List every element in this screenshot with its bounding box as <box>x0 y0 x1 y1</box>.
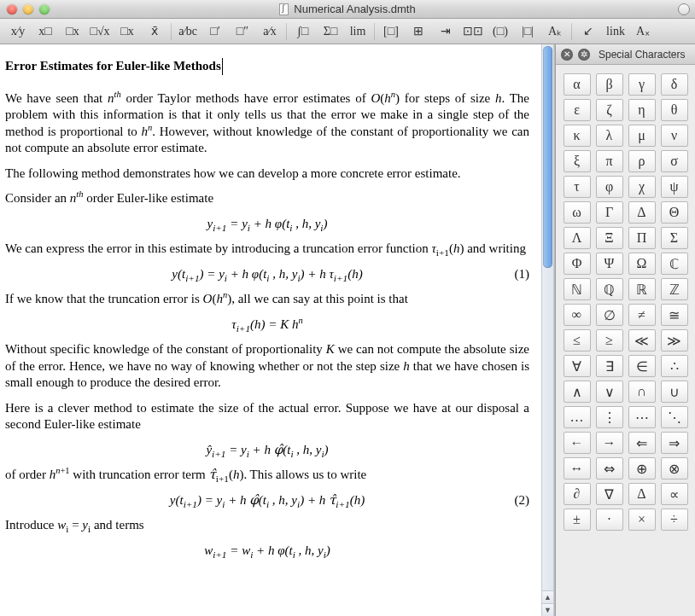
toolbar-button-9[interactable]: a⁄x <box>257 21 283 42</box>
char-cell[interactable]: θ <box>661 99 688 121</box>
char-cell[interactable]: Ξ <box>596 227 623 249</box>
char-cell[interactable]: ≪ <box>628 329 656 352</box>
char-cell[interactable]: ± <box>564 508 591 531</box>
char-cell[interactable]: ℤ <box>661 278 688 300</box>
char-cell[interactable]: ≅ <box>661 304 688 326</box>
char-cell[interactable]: δ <box>661 73 688 96</box>
scrollbar-thumb[interactable] <box>543 46 552 268</box>
toolbar-button-6[interactable]: a⁄bc <box>175 21 201 42</box>
char-cell[interactable]: τ <box>564 176 591 198</box>
toolbar-button-3[interactable]: □√x <box>87 21 113 42</box>
char-cell[interactable]: ∨ <box>596 381 623 403</box>
char-cell[interactable]: ψ <box>661 176 688 198</box>
char-cell[interactable]: ∝ <box>661 483 688 505</box>
char-cell[interactable]: ℂ <box>661 253 688 275</box>
char-cell[interactable]: ⇐ <box>628 432 656 454</box>
char-cell[interactable]: ∩ <box>628 381 656 403</box>
char-cell[interactable]: × <box>628 508 656 531</box>
toolbar-button-4[interactable]: □x <box>114 21 140 42</box>
char-cell[interactable]: Φ <box>564 253 591 275</box>
char-cell[interactable]: ∂ <box>564 483 591 505</box>
char-cell[interactable]: Π <box>628 227 656 249</box>
toolbar-button-20[interactable]: ↙ <box>575 21 601 42</box>
toolbar-button-17[interactable]: (□) <box>488 21 513 42</box>
char-cell[interactable]: ∈ <box>628 355 656 377</box>
char-cell[interactable]: λ <box>596 125 623 147</box>
char-cell[interactable]: ÷ <box>661 508 688 531</box>
char-cell[interactable]: … <box>564 406 591 428</box>
minimize-button[interactable] <box>23 4 33 15</box>
char-cell[interactable]: ⋮ <box>596 406 623 428</box>
toolbar-button-2[interactable]: □x <box>60 21 85 42</box>
char-cell[interactable]: ≤ <box>564 329 591 352</box>
char-cell[interactable]: Ψ <box>596 253 623 275</box>
toolbar-button-7[interactable]: □′ <box>202 21 228 42</box>
char-cell[interactable]: Γ <box>596 201 623 224</box>
char-cell[interactable]: μ <box>628 125 656 147</box>
char-cell[interactable]: ν <box>661 125 688 147</box>
char-cell[interactable]: ζ <box>596 99 623 121</box>
toolbar-button-10[interactable]: ∫□ <box>290 21 316 42</box>
toolbar-button-18[interactable]: |□| <box>515 21 540 42</box>
char-cell[interactable]: π <box>596 150 623 172</box>
char-cell[interactable]: ≥ <box>596 329 623 352</box>
toolbar-button-0[interactable]: x⁄y <box>5 21 31 42</box>
char-cell[interactable]: ∴ <box>661 355 688 377</box>
char-cell[interactable]: α <box>564 73 591 96</box>
toolbar-button-16[interactable]: ⊡⊡ <box>460 21 486 42</box>
char-cell[interactable]: φ <box>596 176 623 198</box>
close-panel-button[interactable]: ✕ <box>561 49 573 61</box>
scroll-up-arrow[interactable]: ▲ <box>542 590 553 603</box>
document-body[interactable]: Error Estimates for Euler-like Methods W… <box>0 44 541 616</box>
char-cell[interactable]: ℚ <box>596 278 623 300</box>
char-cell[interactable]: ω <box>564 201 591 224</box>
char-cell[interactable]: ≠ <box>628 304 656 326</box>
toolbar-button-15[interactable]: ⇥ <box>433 21 458 42</box>
char-cell[interactable]: ∪ <box>661 381 688 403</box>
panel-settings-button[interactable]: ✲ <box>578 49 590 61</box>
char-cell[interactable]: ⊕ <box>628 457 656 479</box>
toolbar-button-19[interactable]: Aₖ <box>542 21 568 42</box>
char-cell[interactable]: ⋯ <box>628 406 656 428</box>
char-cell[interactable]: ∀ <box>564 355 591 377</box>
char-cell[interactable]: ⋱ <box>661 406 688 428</box>
char-cell[interactable]: ⇒ <box>661 432 688 454</box>
toolbar-button-22[interactable]: Aₓ <box>630 21 656 42</box>
char-cell[interactable]: → <box>596 432 623 454</box>
char-cell[interactable]: ∞ <box>564 304 591 326</box>
scroll-down-arrow[interactable]: ▼ <box>542 603 553 616</box>
char-cell[interactable]: Δ <box>628 483 656 505</box>
char-cell[interactable]: κ <box>564 125 591 147</box>
toolbar-button-8[interactable]: □″ <box>230 21 255 42</box>
toolbar-button-14[interactable]: ⊞ <box>406 21 431 42</box>
char-cell[interactable]: β <box>596 73 623 96</box>
char-cell[interactable]: Λ <box>564 227 591 249</box>
scrollbar-track[interactable] <box>542 44 553 590</box>
zoom-button[interactable] <box>39 4 50 15</box>
char-cell[interactable]: ℕ <box>564 278 591 300</box>
toolbar-button-11[interactable]: Σ□ <box>318 21 343 42</box>
char-cell[interactable]: Δ <box>628 201 656 224</box>
char-cell[interactable]: γ <box>628 73 656 96</box>
char-cell[interactable]: χ <box>628 176 656 198</box>
toolbar-button-21[interactable]: link <box>603 21 628 42</box>
char-cell[interactable]: Θ <box>661 201 688 224</box>
char-cell[interactable]: ρ <box>628 150 656 172</box>
char-cell[interactable]: ⇔ <box>596 457 623 479</box>
toolbar-button-13[interactable]: [□] <box>378 21 404 42</box>
char-cell[interactable]: η <box>628 99 656 121</box>
char-cell[interactable]: ≫ <box>661 329 688 352</box>
char-cell[interactable]: ∅ <box>596 304 623 326</box>
char-cell[interactable]: ξ <box>564 150 591 172</box>
close-button[interactable] <box>7 4 17 15</box>
toolbar-button-1[interactable]: x□ <box>32 21 58 42</box>
toolbar-button-12[interactable]: lim <box>345 21 371 42</box>
char-cell[interactable]: ← <box>564 432 591 454</box>
char-cell[interactable]: ℝ <box>628 278 656 300</box>
char-cell[interactable]: Ω <box>628 253 656 275</box>
toolbar-button-5[interactable]: x̄ <box>142 21 167 42</box>
char-cell[interactable]: Σ <box>661 227 688 249</box>
char-cell[interactable]: ∃ <box>596 355 623 377</box>
toolbar-toggle-button[interactable] <box>678 3 690 15</box>
vertical-scrollbar[interactable]: ▲ ▼ <box>541 44 554 616</box>
